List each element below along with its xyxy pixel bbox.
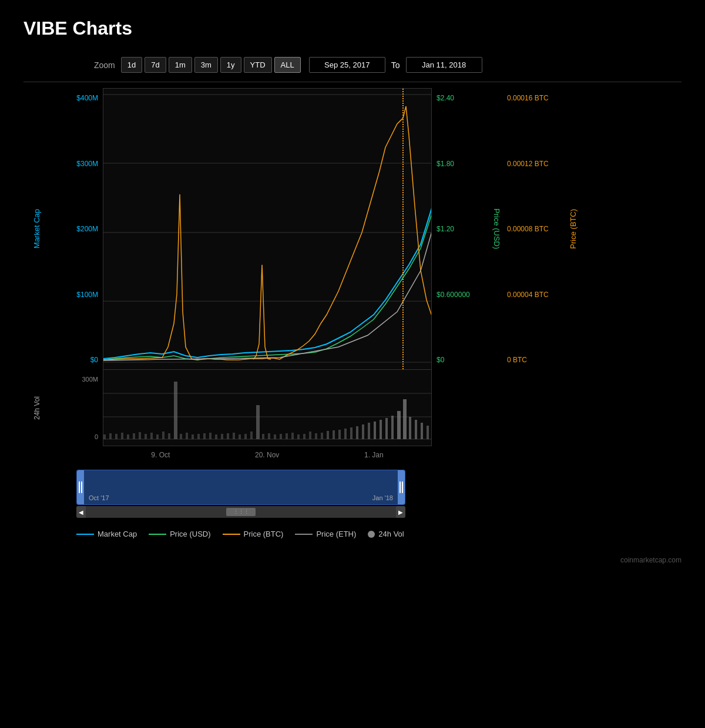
svg-rect-36 bbox=[244, 434, 247, 439]
zoom-btn-3m[interactable]: 3m bbox=[194, 57, 218, 73]
legend: Market Cap Price (USD) Price (BTC) Price… bbox=[0, 518, 705, 550]
svg-rect-44 bbox=[297, 434, 300, 439]
zoom-btn-7d[interactable]: 7d bbox=[145, 57, 166, 73]
watermark-text: coinmarketcap.com bbox=[620, 556, 682, 564]
y-tick-usd-240: $2.40 bbox=[432, 94, 491, 102]
svg-rect-10 bbox=[256, 405, 260, 439]
svg-rect-21 bbox=[150, 433, 153, 439]
y-tick-usd-180: $1.80 bbox=[432, 160, 491, 168]
y-tick-100m: $100M bbox=[50, 291, 103, 299]
legend-label-marketcap: Market Cap bbox=[98, 530, 137, 538]
y-tick-btc-00012: 0.00012 BTC bbox=[502, 160, 567, 168]
svg-rect-25 bbox=[180, 434, 182, 439]
svg-rect-20 bbox=[145, 434, 147, 439]
nav-label-left: Oct '17 bbox=[89, 494, 109, 501]
scrollbar-thumb[interactable]: ⋮⋮⋮ bbox=[226, 508, 256, 516]
svg-rect-59 bbox=[385, 418, 388, 439]
svg-rect-60 bbox=[391, 416, 394, 439]
svg-rect-11 bbox=[397, 411, 401, 439]
legend-label-volume: 24h Vol bbox=[378, 530, 404, 538]
navigator: Oct '17 Jan '18 ◀ ⋮⋮⋮ ▶ bbox=[76, 470, 405, 518]
legend-line-priceeth bbox=[295, 534, 313, 535]
svg-rect-23 bbox=[162, 432, 164, 439]
svg-rect-28 bbox=[197, 434, 200, 439]
scrollbar-track[interactable]: ⋮⋮⋮ bbox=[86, 506, 396, 518]
navigator-handle-right[interactable] bbox=[398, 470, 405, 504]
svg-rect-54 bbox=[356, 426, 358, 439]
y-tick-btc-00008: 0.00008 BTC bbox=[502, 225, 567, 233]
zoom-btn-1d[interactable]: 1d bbox=[121, 57, 142, 73]
date-from-input[interactable] bbox=[309, 57, 385, 73]
svg-rect-51 bbox=[338, 430, 341, 439]
date-to-input[interactable] bbox=[406, 57, 482, 73]
y-tick-200m: $200M bbox=[50, 225, 103, 233]
y-tick-btc-00016: 0.00016 BTC bbox=[502, 94, 567, 102]
svg-rect-50 bbox=[333, 430, 335, 439]
svg-rect-26 bbox=[186, 433, 188, 439]
legend-circle-volume bbox=[368, 531, 375, 538]
svg-rect-49 bbox=[327, 431, 329, 439]
x-axis: 9. Oct 20. Nov 1. Jan bbox=[24, 446, 682, 464]
x-tick-oct: 9. Oct bbox=[151, 451, 170, 459]
price-btc-axis-label: Price (BTC) bbox=[569, 209, 578, 249]
y-axis-price-btc: 0.00016 BTC 0.00012 BTC 0.00008 BTC 0.00… bbox=[502, 88, 567, 370]
vol-y-axis: 300M 0 bbox=[50, 370, 103, 446]
svg-rect-56 bbox=[368, 423, 370, 439]
svg-rect-32 bbox=[221, 434, 223, 439]
svg-rect-64 bbox=[427, 426, 429, 439]
scrollbar-left-arrow[interactable]: ◀ bbox=[76, 506, 86, 518]
svg-rect-37 bbox=[250, 432, 253, 439]
y-tick-usd-120: $1.20 bbox=[432, 225, 491, 233]
y-tick-usd-060: $0.600000 bbox=[432, 291, 491, 299]
svg-rect-55 bbox=[362, 424, 364, 439]
svg-rect-31 bbox=[215, 434, 217, 439]
svg-rect-46 bbox=[309, 432, 311, 439]
svg-rect-47 bbox=[315, 433, 317, 439]
x-tick-jan: 1. Jan bbox=[364, 451, 384, 459]
nav-label-right: Jan '18 bbox=[372, 494, 393, 501]
svg-rect-12 bbox=[403, 399, 407, 439]
navigator-handle-left[interactable] bbox=[77, 470, 84, 504]
zoom-btn-1y[interactable]: 1y bbox=[220, 57, 241, 73]
y-tick-0: $0 bbox=[50, 356, 103, 364]
svg-rect-45 bbox=[303, 434, 306, 439]
vol-tick-0: 0 bbox=[50, 433, 103, 440]
legend-line-priceusd bbox=[149, 534, 166, 535]
to-label: To bbox=[391, 60, 400, 70]
svg-rect-15 bbox=[115, 434, 118, 439]
svg-rect-62 bbox=[415, 420, 417, 439]
svg-rect-34 bbox=[233, 433, 235, 439]
scrollbar-right-arrow[interactable]: ▶ bbox=[396, 506, 405, 518]
legend-item-priceeth: Price (ETH) bbox=[295, 530, 356, 538]
legend-item-marketcap: Market Cap bbox=[76, 530, 137, 538]
svg-rect-30 bbox=[209, 433, 212, 439]
svg-rect-14 bbox=[109, 433, 112, 439]
legend-label-priceusd: Price (USD) bbox=[170, 530, 210, 538]
svg-rect-22 bbox=[156, 434, 159, 439]
zoom-btn-all[interactable]: ALL bbox=[274, 57, 301, 73]
svg-rect-24 bbox=[168, 433, 170, 439]
volume-axis-label: 24h Vol bbox=[30, 396, 44, 420]
svg-rect-39 bbox=[268, 433, 270, 439]
legend-line-marketcap bbox=[76, 534, 94, 535]
svg-rect-57 bbox=[374, 422, 376, 439]
market-cap-axis-label: Market Cap bbox=[29, 209, 44, 248]
zoom-btn-ytd[interactable]: YTD bbox=[244, 57, 272, 73]
legend-item-priceusd: Price (USD) bbox=[149, 530, 210, 538]
svg-rect-43 bbox=[291, 433, 294, 439]
y-axis-price-usd: $2.40 $1.80 $1.20 $0.600000 $0 bbox=[432, 88, 491, 370]
legend-label-pricebtc: Price (BTC) bbox=[244, 530, 284, 538]
svg-rect-17 bbox=[127, 434, 129, 439]
navigator-bar[interactable]: Oct '17 Jan '18 bbox=[76, 470, 405, 505]
svg-rect-18 bbox=[133, 433, 135, 439]
zoom-btn-1m[interactable]: 1m bbox=[169, 57, 192, 73]
svg-rect-16 bbox=[121, 433, 123, 439]
main-chart bbox=[103, 88, 432, 370]
scrollbar[interactable]: ◀ ⋮⋮⋮ ▶ bbox=[76, 506, 405, 518]
svg-rect-48 bbox=[321, 433, 323, 439]
svg-rect-63 bbox=[421, 423, 423, 439]
vol-tick-300m: 300M bbox=[50, 376, 103, 383]
svg-rect-9 bbox=[174, 382, 177, 439]
legend-item-pricebtc: Price (BTC) bbox=[223, 530, 284, 538]
svg-rect-38 bbox=[262, 434, 264, 439]
